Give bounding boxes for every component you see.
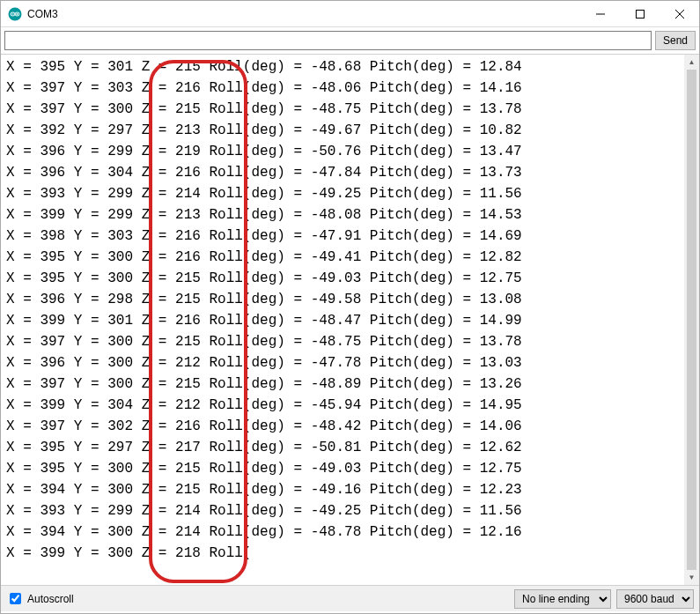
scroll-down-icon[interactable]: ▼ (684, 570, 699, 585)
autoscroll-input[interactable] (10, 593, 21, 604)
footer-bar: Autoscroll No line ending 9600 baud (1, 585, 699, 611)
autoscroll-checkbox[interactable]: Autoscroll (6, 590, 74, 607)
close-button[interactable] (659, 1, 699, 26)
line-ending-select[interactable]: No line ending (514, 589, 611, 609)
scrollbar[interactable]: ▲ ▼ (684, 55, 699, 585)
window-title: COM3 (27, 8, 580, 20)
terminal-pane: X = 395 Y = 301 Z = 215 Roll(deg) = -48.… (1, 55, 699, 585)
scroll-up-icon[interactable]: ▲ (684, 55, 699, 70)
titlebar: COM3 (1, 1, 699, 27)
maximize-button[interactable] (620, 1, 659, 26)
terminal-output: X = 395 Y = 301 Z = 215 Roll(deg) = -48.… (1, 55, 699, 585)
minimize-button[interactable] (580, 1, 620, 26)
baud-select[interactable]: 9600 baud (616, 589, 694, 609)
svg-rect-7 (636, 10, 644, 18)
window-controls (580, 1, 699, 26)
arduino-icon (8, 7, 22, 21)
scroll-thumb[interactable] (687, 70, 696, 570)
send-button[interactable]: Send (655, 31, 696, 50)
autoscroll-label: Autoscroll (27, 593, 74, 605)
serial-input[interactable] (4, 31, 652, 50)
input-row: Send (1, 27, 699, 55)
